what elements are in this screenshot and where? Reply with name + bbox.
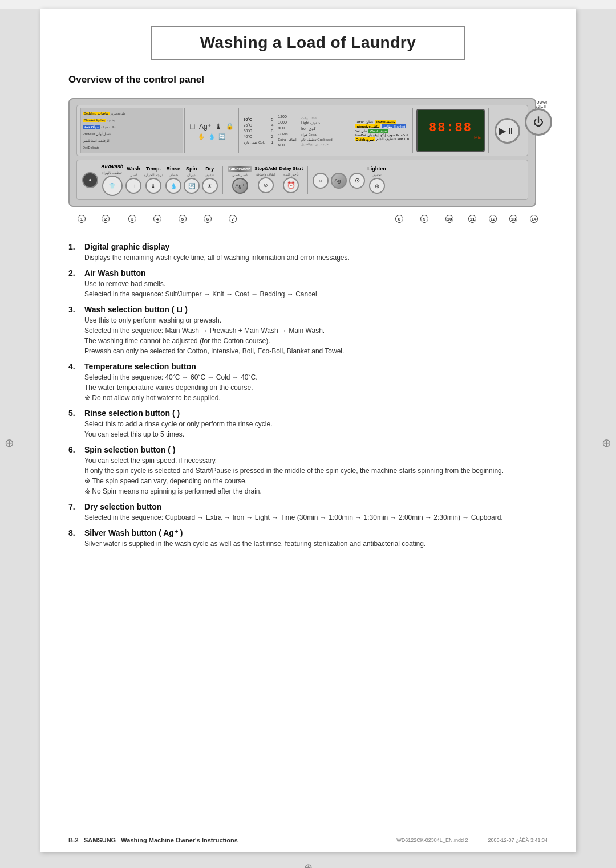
btn-12-circle[interactable]: Ag⁺	[331, 173, 347, 189]
footer-file-left: WD6122CK-02384L_EN.indd 2	[396, 837, 468, 843]
instruction-num-6: 6.	[68, 445, 80, 454]
prog-bedding-ar: طباعة سرير	[111, 112, 125, 115]
page-content: Washing a Load of Laundry Overview of th…	[40, 9, 576, 852]
temp-75: 75˚C	[244, 123, 266, 127]
instruction-text-6c: ※ The spin speed can vary, depending on …	[84, 476, 548, 486]
panel-separator-3	[412, 108, 413, 153]
callout-num-11: 11	[468, 215, 476, 223]
footer: B-2 SAMSUNG Washing Machine Owner's Inst…	[68, 832, 548, 843]
instruction-1: 1. Digital graphic display Displays the …	[68, 242, 548, 263]
count-2: 2	[271, 135, 273, 138]
instruction-text-4c: ※ Do not allow only hot water to be supp…	[84, 393, 548, 403]
btn-2-circle[interactable]: 👕	[102, 176, 123, 196]
instruction-text-3c: The washing time cannot be adjusted (for…	[84, 336, 548, 346]
cotton-label: Cotton قطن	[355, 120, 373, 124]
callout-10: 10	[437, 215, 462, 223]
start-pause-button[interactable]: ▶⏸	[495, 118, 520, 144]
btn-4-circle[interactable]: 🌡	[145, 178, 161, 194]
footer-doc-title: Washing Machine Owner's Instructions	[121, 837, 238, 843]
instruction-text-2b: Selected in the sequence: Suit/Jumper → …	[84, 289, 548, 299]
instruction-num-3: 3.	[68, 305, 80, 314]
btn-5-label-top: Rinse	[167, 166, 181, 172]
instruction-2: 2. Air Wash button Use to remove bad sme…	[68, 268, 548, 299]
callout-num-8: 8	[395, 215, 403, 223]
btn-9-circle[interactable]: ⊙	[258, 177, 274, 193]
instruction-text-3d: Prewash can only be selected for Cotton,…	[84, 346, 548, 356]
instruction-num-8: 8.	[68, 528, 80, 537]
btn-separator-2	[307, 166, 308, 194]
cycle-intensive: Intensive مكثف بطانية Blanket	[355, 124, 409, 128]
panel-separator-1	[184, 108, 185, 153]
spin-800: 800	[278, 126, 297, 130]
btn-7-circle[interactable]: ☀	[202, 178, 218, 194]
rinse-icon: 💧	[208, 133, 215, 140]
instruction-text-5b: You can select this up to 5 times.	[84, 429, 548, 439]
callout-6: 6	[195, 215, 220, 223]
instruction-content-6: Spin selection button ( ) You can select…	[84, 445, 548, 496]
spin-1200: 1200	[278, 115, 297, 119]
instruction-text-2a: Use to remove bad smells.	[84, 279, 548, 289]
instruction-num-4: 4.	[68, 362, 80, 371]
footer-prefix: B-2	[68, 837, 79, 843]
instruction-7: 7. Dry selection button Selected in the …	[68, 502, 548, 523]
prog-row-6: DeliDelicate	[83, 146, 181, 149]
btn-6-circle[interactable]: 🔄	[184, 178, 200, 194]
btn-8-circle[interactable]: Ag⁺	[232, 178, 248, 194]
callout-num-14: 14	[530, 215, 538, 223]
callout-num-1: 1	[78, 215, 86, 223]
control-panel-area: Power الطاقة Bedding بياضات طباعة سرير	[68, 98, 548, 225]
btn-13-circle[interactable]: ⊙	[349, 173, 365, 189]
callout-num-7: 7	[229, 215, 237, 223]
instruction-num-1: 1.	[68, 242, 80, 251]
btn-14-circle[interactable]: ⊛	[369, 178, 385, 194]
spin-icon: 🔄	[218, 133, 225, 140]
time-label: وقت Time	[301, 116, 350, 120]
callout-11: 11	[462, 215, 483, 223]
reg-mark-right: ⊕	[602, 436, 611, 450]
temp-40: 40˚C	[244, 135, 266, 138]
instruction-title-4: Temperature selection button	[84, 362, 548, 371]
callout-5: 5	[170, 215, 195, 223]
extra-dry: هواء Extra	[301, 132, 350, 136]
panel-bottom: ✦ AIRWash تنظيف بالهواء 👕 Wash غسل	[76, 160, 528, 200]
page-title: Washing a Load of Laundry	[200, 34, 416, 51]
instruction-title-6: Spin selection button ( )	[84, 445, 548, 454]
callout-num-9: 9	[420, 215, 428, 223]
instruction-text-7a: Selected in the sequence: Cupboard → Ext…	[84, 512, 548, 523]
cycle-ecoboil: Eco-Boil إيكو بلي صوف إيكو Eco-Boil	[355, 133, 409, 137]
panel-top-icons: ⊔ Ag⁺ 🌡 🔒 ✋ 💧 🔄	[186, 108, 237, 153]
panel-container: Bedding بياضات طباعة سرير Blanket بطانية…	[68, 98, 536, 207]
btn-9-label-ar: إيقاف واضافة	[256, 172, 276, 176]
display-min: Min	[474, 135, 481, 140]
ecoboil-ar: صوف إيكو Eco-Boil	[380, 133, 408, 137]
btn-group-8: SilverWash غسل فضي Ag⁺	[228, 166, 252, 194]
btn-2-label-ar: تنظيف بالهواء	[102, 170, 123, 174]
instruction-title-8: Silver Wash button ( Ag⁺ )	[84, 528, 548, 537]
callout-4: 4	[145, 215, 170, 223]
btn-group-6: Spin دوران 🔄	[184, 166, 200, 194]
hand-icon: ✋	[198, 133, 205, 140]
power-button[interactable]: ⏻	[525, 108, 552, 136]
btn-5-circle[interactable]: 💧	[165, 178, 181, 194]
btn-1-circle[interactable]: ✦	[82, 172, 98, 188]
page-title-box: Washing a Load of Laundry	[151, 26, 465, 60]
btn-group-5: Rinse شطف 💧	[165, 166, 181, 194]
instruction-content-8: Silver Wash button ( Ag⁺ ) Silver water …	[84, 528, 548, 549]
spin-600: 600	[278, 143, 297, 147]
instruction-text-3b: Selected in the sequence: Main Wash → Pr…	[84, 325, 548, 336]
instruction-num-7: 7.	[68, 502, 80, 511]
spin-values: 1200 1000 800 نم Min Extra إضافي 600	[275, 108, 299, 153]
count-5: 5	[271, 117, 273, 121]
btn-10-circle[interactable]: ⏰	[283, 177, 299, 193]
btn-11-circle[interactable]: ○	[313, 173, 329, 189]
instruction-text-4b: The water temperature varies depending o…	[84, 382, 548, 393]
diagram-wrapper: Bedding بياضات طباعة سرير Blanket بطانية…	[68, 98, 548, 225]
callout-7: 7	[220, 215, 245, 223]
btn-3-circle[interactable]: ⊔	[125, 178, 141, 194]
cycle-boil: Boil غلي Wool صوف	[355, 129, 409, 133]
btn-5-label-ar: شطف	[169, 173, 178, 177]
quick-label: Quick سريع	[355, 137, 375, 141]
btn-group-2: AIRWash تنظيف بالهواء 👕	[101, 164, 123, 196]
prog-prewash: Prewash غسل أولي	[83, 132, 111, 136]
count-3: 3	[271, 129, 273, 133]
